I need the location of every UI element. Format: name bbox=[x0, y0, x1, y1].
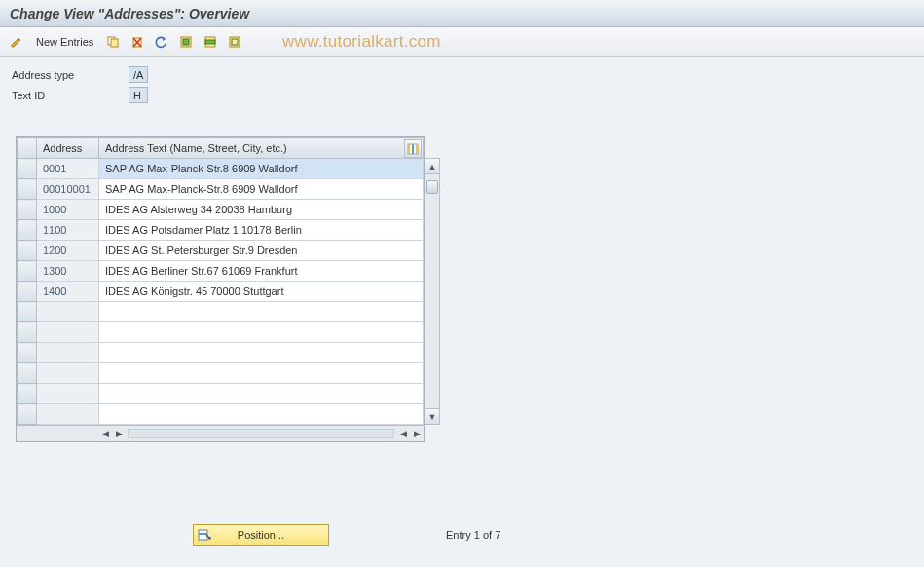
footer-row: Position... Entry 1 of 7 bbox=[193, 524, 500, 546]
undo-icon bbox=[155, 35, 168, 49]
address-text-cell[interactable] bbox=[99, 302, 424, 322]
content-area: Address type /A Text ID H Address Addres… bbox=[0, 57, 924, 567]
address-text-cell[interactable]: SAP AG Max-Planck-Str.8 6909 Walldorf bbox=[99, 159, 424, 179]
table-row bbox=[18, 384, 424, 404]
copy-as-button[interactable] bbox=[102, 32, 124, 52]
address-text-cell[interactable]: SAP AG Max-Planck-Str.8 6909 Walldorf bbox=[99, 179, 424, 200]
position-icon bbox=[198, 528, 211, 542]
address-cell[interactable] bbox=[37, 322, 99, 343]
copy-icon bbox=[106, 35, 120, 49]
column-header-address[interactable]: Address bbox=[37, 138, 99, 159]
select-all-icon bbox=[179, 35, 193, 49]
vscroll-thumb[interactable] bbox=[426, 180, 438, 194]
address-cell[interactable] bbox=[37, 343, 99, 363]
address-cell[interactable]: 1100 bbox=[37, 220, 99, 241]
address-type-value[interactable]: /A bbox=[129, 66, 148, 83]
row-selector[interactable] bbox=[18, 322, 37, 343]
address-text-cell[interactable] bbox=[99, 363, 424, 384]
address-cell[interactable]: 1200 bbox=[37, 241, 99, 261]
address-cell[interactable] bbox=[37, 384, 99, 404]
svg-rect-14 bbox=[416, 144, 418, 154]
new-entries-button[interactable]: New Entries bbox=[30, 32, 99, 52]
watermark-text: www.tutorialkart.com bbox=[282, 32, 441, 52]
svg-rect-13 bbox=[412, 144, 414, 154]
horizontal-scrollbar: ◀ ▶ ◀ ▶ bbox=[17, 425, 424, 441]
address-cell[interactable] bbox=[37, 302, 99, 322]
select-all-button[interactable] bbox=[175, 32, 197, 52]
hscroll-col-right-icon[interactable]: ▶ bbox=[112, 427, 126, 440]
svg-rect-12 bbox=[408, 144, 410, 154]
undo-change-button[interactable] bbox=[151, 32, 172, 52]
hscroll-col-left-icon[interactable]: ◀ bbox=[98, 427, 112, 440]
address-text-cell[interactable]: IDES AG St. Petersburger Str.9 Dresden bbox=[99, 241, 424, 261]
address-cell[interactable]: 0001 bbox=[37, 159, 99, 179]
row-selector[interactable] bbox=[18, 179, 37, 200]
row-selector[interactable] bbox=[18, 200, 37, 220]
table-row: 0001SAP AG Max-Planck-Str.8 6909 Walldor… bbox=[18, 159, 424, 179]
table-row bbox=[18, 404, 424, 425]
row-selector[interactable] bbox=[18, 241, 37, 261]
row-selector[interactable] bbox=[18, 404, 37, 425]
text-id-label: Text ID bbox=[12, 90, 129, 101]
table-row bbox=[18, 363, 424, 384]
title-bar: Change View "Addresses": Overview bbox=[0, 0, 924, 27]
address-text-cell[interactable] bbox=[99, 343, 424, 363]
column-header-text[interactable]: Address Text (Name, Street, City, etc.) bbox=[99, 138, 424, 159]
hscroll-left-icon[interactable]: ◀ bbox=[396, 427, 410, 440]
hscroll-track[interactable] bbox=[128, 429, 394, 438]
select-block-button[interactable] bbox=[200, 32, 221, 52]
table-settings-icon bbox=[407, 143, 419, 155]
address-cell[interactable]: 1300 bbox=[37, 261, 99, 282]
address-text-cell[interactable] bbox=[99, 384, 424, 404]
table-row bbox=[18, 322, 424, 343]
table-row: 1000IDES AG Alsterweg 34 20038 Hamburg bbox=[18, 200, 424, 220]
row-selector[interactable] bbox=[18, 220, 37, 241]
address-text-cell[interactable]: IDES AG Berliner Str.67 61069 Frankfurt bbox=[99, 261, 424, 282]
table-row: 1400IDES AG Königstr. 45 70000 Stuttgart bbox=[18, 282, 424, 302]
table-body: 0001SAP AG Max-Planck-Str.8 6909 Walldor… bbox=[18, 159, 424, 425]
vscroll-down-icon[interactable]: ▼ bbox=[425, 408, 439, 424]
text-id-row: Text ID H bbox=[12, 87, 912, 103]
address-cell[interactable]: 00010001 bbox=[37, 179, 99, 200]
page-title: Change View "Addresses": Overview bbox=[10, 6, 249, 21]
row-selector[interactable] bbox=[18, 261, 37, 282]
new-entries-label: New Entries bbox=[36, 36, 93, 48]
row-selector[interactable] bbox=[18, 302, 37, 322]
row-selector[interactable] bbox=[18, 282, 37, 302]
table-row bbox=[18, 302, 424, 322]
hscroll-right-icon[interactable]: ▶ bbox=[410, 427, 424, 440]
address-cell[interactable]: 1000 bbox=[37, 200, 99, 220]
select-block-icon bbox=[203, 35, 217, 49]
pencil-icon bbox=[10, 35, 23, 49]
address-cell[interactable] bbox=[37, 363, 99, 384]
table-row bbox=[18, 343, 424, 363]
address-text-cell[interactable]: IDES AG Königstr. 45 70000 Stuttgart bbox=[99, 282, 424, 302]
address-text-cell[interactable] bbox=[99, 404, 424, 425]
address-text-cell[interactable]: IDES AG Potsdamer Platz 1 10178 Berlin bbox=[99, 220, 424, 241]
row-selector[interactable] bbox=[18, 363, 37, 384]
addresses-table: Address Address Text (Name, Street, City… bbox=[17, 137, 424, 425]
toggle-display-change-button[interactable] bbox=[6, 32, 27, 52]
address-text-cell[interactable]: IDES AG Alsterweg 34 20038 Hamburg bbox=[99, 200, 424, 220]
deselect-all-icon bbox=[228, 35, 241, 49]
table-row: 1300IDES AG Berliner Str.67 61069 Frankf… bbox=[18, 261, 424, 282]
deselect-all-button[interactable] bbox=[224, 32, 245, 52]
delete-button[interactable] bbox=[127, 32, 148, 52]
text-id-value[interactable]: H bbox=[129, 87, 148, 103]
table-row: 1200IDES AG St. Petersburger Str.9 Dresd… bbox=[18, 241, 424, 261]
row-selector[interactable] bbox=[18, 159, 37, 179]
address-cell[interactable]: 1400 bbox=[37, 282, 99, 302]
row-selector[interactable] bbox=[18, 384, 37, 404]
addresses-table-container: Address Address Text (Name, Street, City… bbox=[16, 136, 425, 442]
address-type-row: Address type /A bbox=[12, 66, 912, 83]
position-button[interactable]: Position... bbox=[193, 524, 329, 546]
address-cell[interactable] bbox=[37, 404, 99, 425]
address-text-cell[interactable] bbox=[99, 322, 424, 343]
svg-rect-16 bbox=[199, 533, 207, 535]
table-corner-header[interactable] bbox=[18, 138, 37, 159]
row-selector[interactable] bbox=[18, 343, 37, 363]
table-configuration-button[interactable] bbox=[404, 139, 422, 158]
vscroll-track[interactable] bbox=[425, 174, 439, 408]
svg-rect-8 bbox=[205, 40, 215, 44]
vscroll-up-icon[interactable]: ▲ bbox=[425, 159, 439, 174]
